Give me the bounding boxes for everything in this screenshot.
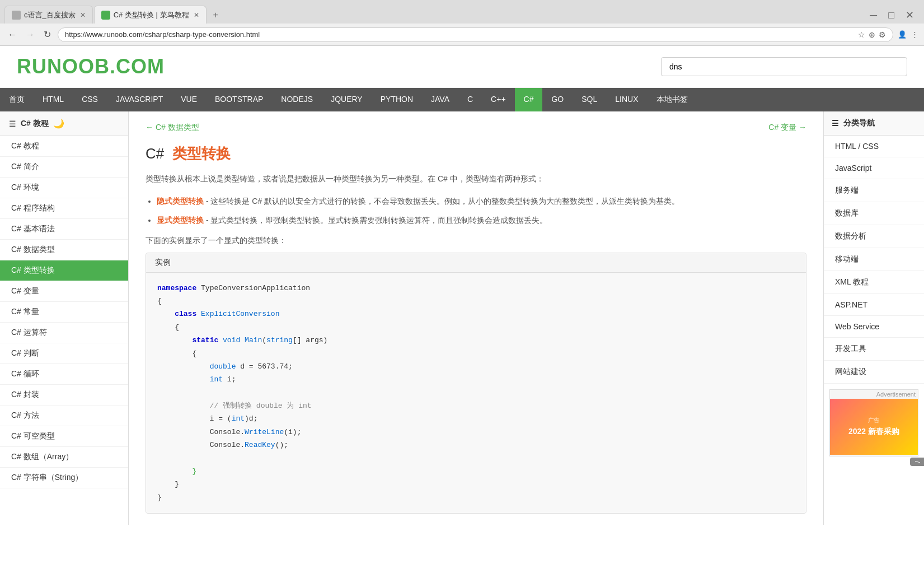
content-area: ← C# 数据类型 C# 变量 → C# 类型转换 类型转换从根本上说是类型铸造… [129, 111, 823, 525]
sidebar-link-typeconv[interactable]: C# 类型转换 [0, 260, 128, 281]
right-nav-item-database: 数据库 [824, 202, 924, 225]
nav-python[interactable]: PYTHON [372, 88, 422, 111]
tab-1-close[interactable]: ✕ [80, 11, 86, 19]
search-input[interactable] [661, 57, 907, 76]
address-text: https://www.runoob.com/csharp/csharp-typ… [65, 30, 853, 39]
sidebar-link-env[interactable]: C# 环境 [0, 178, 128, 198]
address-bar-row: ← → ↻ https://www.runoob.com/csharp/csha… [0, 24, 924, 45]
example-label: 实例 [155, 258, 171, 267]
sidebar-link-datatypes[interactable]: C# 数据类型 [0, 240, 128, 260]
next-link[interactable]: C# 变量 → [768, 123, 806, 133]
close-window-button[interactable]: ✕ [900, 7, 920, 24]
nav-vue[interactable]: VUE [172, 88, 206, 111]
site-header: RUNOOB.COM [0, 46, 924, 88]
sidebar-item-loops: C# 循环 [0, 364, 128, 385]
right-nav-link-mobile[interactable]: 移动端 [824, 248, 924, 271]
settings-icon[interactable]: ⋮ [911, 30, 918, 39]
sidebar-item-nullable: C# 可空类型 [0, 426, 128, 447]
right-nav-link-htmlcss[interactable]: HTML / CSS [824, 136, 924, 157]
sidebar-link-loops[interactable]: C# 循环 [0, 364, 128, 385]
sidebar-link-structure[interactable]: C# 程序结构 [0, 198, 128, 219]
right-sidebar-header: ☰ 分类导航 [824, 111, 924, 136]
bullet-item-2: 显式类型转换 - 显式类型转换，即强制类型转换。显式转换需要强制转换运算符，而且… [157, 214, 806, 226]
right-nav: HTML / CSS JavaScript 服务端 数据库 数据分析 移动端 X… [824, 136, 924, 384]
tab-2[interactable]: C# 类型转换 | 菜鸟教程 ✕ [94, 6, 207, 24]
example-header: 实例 [146, 253, 806, 273]
right-nav-link-serverside[interactable]: 服务端 [824, 179, 924, 202]
tab-bar: c语言_百度搜索 ✕ C# 类型转换 | 菜鸟教程 ✕ + ─ □ ✕ [0, 0, 924, 24]
sidebar-link-intro[interactable]: C# 简介 [0, 157, 128, 178]
right-nav-link-database[interactable]: 数据库 [824, 202, 924, 225]
back-button[interactable]: ← [6, 27, 19, 42]
address-bar[interactable]: https://www.runoob.com/csharp/csharp-typ… [58, 27, 893, 42]
bullet2-desc: - 显式类型转换，即强制类型转换。显式转换需要强制转换运算符，而且强制转换会造成… [206, 216, 548, 225]
right-sidebar: ☰ 分类导航 HTML / CSS JavaScript 服务端 数据库 数据分… [823, 111, 924, 525]
extension-icon[interactable]: ⚙ [879, 30, 886, 39]
nav-sql[interactable]: SQL [573, 88, 606, 111]
sidebar-link-variables[interactable]: C# 变量 [0, 281, 128, 302]
profile-icon[interactable]: 👤 [898, 30, 907, 39]
ad-label: Advertisement [830, 390, 918, 399]
bookmark-icon[interactable]: ☆ [858, 30, 865, 39]
moon-icon[interactable]: 🌙 [53, 118, 64, 129]
sidebar-link-tutorial[interactable]: C# 教程 [0, 136, 128, 157]
refresh-button[interactable]: ↻ [41, 27, 53, 42]
nav-c[interactable]: C [458, 88, 482, 111]
main-layout: ☰ C# 教程 🌙 C# 教程 C# 简介 C# 环境 C# 程序结构 C# 基… [0, 111, 924, 525]
right-nav-item-devtools: 开发工具 [824, 338, 924, 361]
nav-csharp[interactable]: C# [515, 88, 543, 111]
nav-java[interactable]: JAVA [422, 88, 458, 111]
list-icon: ☰ [9, 119, 16, 128]
right-nav-item-aspnet: ASP.NET [824, 294, 924, 316]
nav-css[interactable]: CSS [73, 88, 107, 111]
nav-html[interactable]: HTML [34, 88, 73, 111]
right-nav-link-dataanalysis[interactable]: 数据分析 [824, 225, 924, 248]
nav-jquery[interactable]: JQUERY [322, 88, 372, 111]
right-nav-link-xml[interactable]: XML 教程 [824, 271, 924, 294]
feedback-button[interactable]: 反馈/纠错 [910, 458, 924, 466]
minimize-button[interactable]: ─ [864, 7, 883, 24]
tab-1[interactable]: c语言_百度搜索 ✕ [4, 6, 93, 24]
sidebar-item-encapsulation: C# 封装 [0, 385, 128, 405]
sidebar-link-encapsulation[interactable]: C# 封装 [0, 385, 128, 405]
sidebar-link-conditionals[interactable]: C# 判断 [0, 343, 128, 364]
nav-javascript[interactable]: JAVASCRIPT [107, 88, 172, 111]
forward-button[interactable]: → [24, 27, 37, 42]
nav-bookmarks[interactable]: 本地书签 [648, 88, 697, 111]
new-tab-button[interactable]: + [208, 7, 224, 24]
sidebar-link-array[interactable]: C# 数组（Array） [0, 447, 128, 468]
sidebar-item-conditionals: C# 判断 [0, 343, 128, 364]
sidebar-link-nullable[interactable]: C# 可空类型 [0, 426, 128, 447]
ad-image[interactable]: 广告 2022 新春采购 [830, 399, 918, 455]
nav-cpp[interactable]: C++ [482, 88, 514, 111]
nav-go[interactable]: GO [542, 88, 573, 111]
right-nav-link-aspnet[interactable]: ASP.NET [824, 294, 924, 316]
maximize-button[interactable]: □ [883, 7, 900, 24]
sidebar-item-constants: C# 常量 [0, 302, 128, 323]
sidebar-link-string[interactable]: C# 字符串（String） [0, 468, 128, 488]
prev-link[interactable]: ← C# 数据类型 [146, 123, 199, 133]
right-nav-item-htmlcss: HTML / CSS [824, 136, 924, 157]
description-text: 类型转换从根本上说是类型铸造，或者说是把数据从一种类型转换为另一种类型。在 C#… [146, 173, 806, 186]
right-list-icon: ☰ [832, 119, 839, 128]
star-icon[interactable]: ⊕ [869, 30, 875, 39]
nav-home[interactable]: 首页 [0, 88, 34, 111]
sidebar-header: ☰ C# 教程 🌙 [0, 111, 128, 136]
nav-linux[interactable]: LINUX [606, 88, 647, 111]
sidebar-item-structure: C# 程序结构 [0, 198, 128, 219]
right-nav-link-website[interactable]: 网站建设 [824, 361, 924, 384]
right-nav-link-webservice[interactable]: Web Service [824, 316, 924, 338]
tab-2-close[interactable]: ✕ [194, 11, 199, 19]
nav-bootstrap[interactable]: BOOTSTRAP [206, 88, 272, 111]
right-nav-link-devtools[interactable]: 开发工具 [824, 338, 924, 361]
right-nav-item-website: 网站建设 [824, 361, 924, 384]
sidebar-link-constants[interactable]: C# 常量 [0, 302, 128, 323]
sidebar-link-methods[interactable]: C# 方法 [0, 405, 128, 426]
site-logo[interactable]: RUNOOB.COM [17, 55, 165, 78]
right-nav-item-webservice: Web Service [824, 316, 924, 338]
right-nav-link-js[interactable]: JavaScript [824, 157, 924, 179]
nav-nodejs[interactable]: NODEJS [272, 88, 322, 111]
ad-text: 2022 新春采购 [848, 427, 899, 437]
sidebar-link-operators[interactable]: C# 运算符 [0, 323, 128, 343]
sidebar-link-syntax[interactable]: C# 基本语法 [0, 219, 128, 240]
